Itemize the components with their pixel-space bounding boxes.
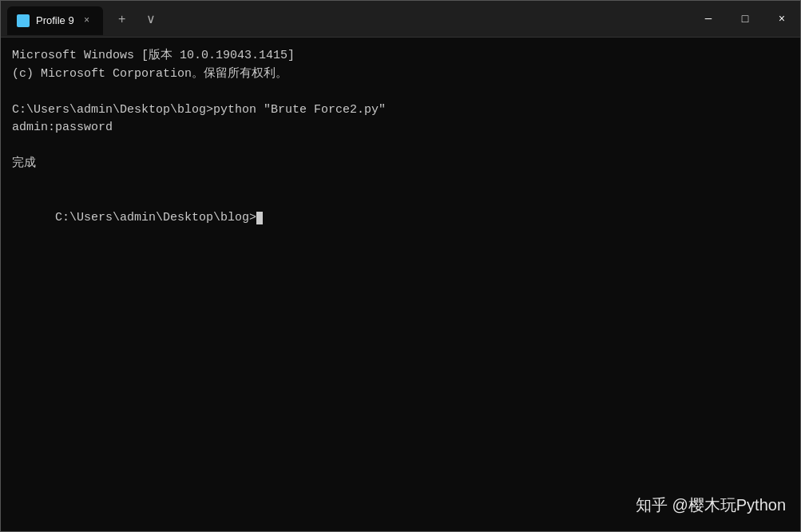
tab-dropdown-button[interactable]: ∨ (138, 6, 164, 32)
watermark: 知乎 @樱木玩Python (636, 493, 786, 517)
terminal-line-9: C:\Users\admin\Desktop\blog> (12, 191, 789, 245)
terminal-cursor (256, 212, 263, 224)
terminal-line-3 (12, 83, 789, 101)
terminal-line-6 (12, 137, 789, 156)
terminal-body[interactable]: Microsoft Windows [版本 10.0.19043.1415] (… (1, 38, 800, 531)
prompt-text: C:\Users\admin\Desktop\blog> (55, 211, 256, 224)
tab-icon (17, 14, 30, 27)
tab-label: Profile 9 (36, 14, 74, 26)
terminal-line-7: 完成 (12, 155, 789, 173)
window-controls: ─ □ × (690, 1, 800, 37)
title-bar: Profile 9 × + ∨ ─ □ × (1, 1, 800, 38)
terminal-line-2: (c) Microsoft Corporation。保留所有权利。 (12, 66, 789, 84)
new-tab-button[interactable]: + (109, 6, 135, 32)
tab-close-button[interactable]: × (81, 14, 93, 27)
maximize-button[interactable]: □ (727, 1, 763, 38)
terminal-line-8 (12, 173, 789, 192)
terminal-line-1: Microsoft Windows [版本 10.0.19043.1415] (12, 47, 789, 66)
svg-rect-0 (19, 17, 27, 25)
profile-tab[interactable]: Profile 9 × (7, 6, 103, 35)
terminal-line-5: admin:password (12, 119, 789, 137)
terminal-window: Profile 9 × + ∨ ─ □ × Microsoft Windows … (0, 0, 801, 532)
terminal-line-4: C:\Users\admin\Desktop\blog>python "Brut… (12, 101, 789, 120)
title-bar-actions: + ∨ (109, 6, 164, 32)
window-close-button[interactable]: × (763, 1, 800, 38)
minimize-button[interactable]: ─ (690, 1, 727, 38)
